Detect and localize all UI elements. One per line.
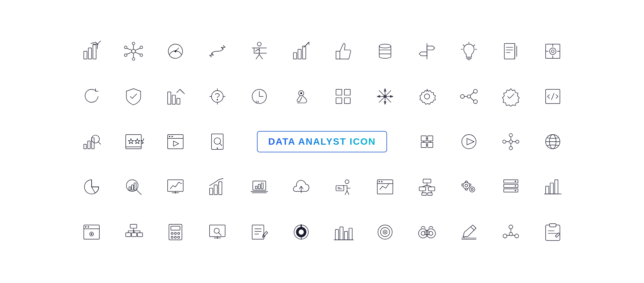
title-box: DATA ANALYST ICON [257, 131, 387, 152]
icon-gear-hand [280, 75, 322, 117]
icon-person-presenting [238, 30, 280, 72]
svg-point-86 [460, 94, 464, 98]
icon-magnify-chart [112, 166, 154, 208]
svg-rect-185 [545, 186, 549, 194]
svg-rect-217 [252, 225, 264, 239]
svg-rect-187 [554, 180, 558, 194]
svg-point-87 [473, 89, 477, 93]
svg-rect-97 [92, 138, 94, 149]
svg-rect-58 [167, 92, 171, 104]
svg-line-3 [97, 41, 101, 44]
svg-point-19 [174, 50, 176, 52]
svg-rect-205 [171, 226, 180, 230]
svg-point-243 [509, 225, 513, 229]
svg-point-124 [516, 140, 519, 143]
svg-rect-145 [214, 185, 217, 195]
svg-marker-121 [467, 138, 474, 145]
svg-rect-186 [550, 183, 553, 194]
icon-dual-gears [448, 166, 490, 208]
icon-cloud-upload [280, 166, 322, 208]
svg-line-23 [256, 54, 259, 59]
svg-point-105 [169, 136, 170, 137]
svg-rect-198 [137, 232, 143, 236]
icon-row-2: 24 [37, 75, 607, 117]
svg-point-233 [384, 231, 386, 233]
icon-laptop-chart [238, 166, 280, 208]
svg-point-245 [515, 234, 519, 238]
svg-line-41 [473, 45, 475, 46]
svg-line-169 [422, 185, 427, 187]
svg-point-244 [503, 234, 507, 238]
icon-search-monitor [196, 211, 238, 253]
icon-clipboard-edit [532, 211, 574, 253]
icon-refresh [70, 75, 112, 117]
svg-point-53 [551, 50, 554, 53]
svg-line-156 [347, 191, 349, 195]
svg-rect-152 [261, 183, 263, 189]
svg-rect-114 [421, 142, 426, 147]
svg-point-164 [381, 181, 382, 182]
svg-line-94 [551, 93, 554, 99]
svg-point-176 [465, 184, 468, 187]
icon-column-bar-chart [322, 211, 364, 253]
icon-tablet-search [196, 121, 238, 162]
svg-line-239 [471, 227, 474, 230]
svg-point-6 [140, 46, 143, 49]
svg-rect-73 [344, 89, 350, 95]
icon-server-rack [490, 166, 532, 208]
svg-point-194 [91, 233, 92, 235]
svg-point-175 [463, 182, 469, 189]
svg-rect-60 [176, 98, 180, 104]
svg-rect-225 [335, 229, 338, 240]
icon-puzzle-connect [406, 121, 448, 162]
svg-rect-138 [129, 187, 131, 190]
svg-line-174 [431, 191, 431, 193]
icon-server-hierarchy [406, 166, 448, 208]
svg-rect-196 [125, 232, 131, 236]
icon-row-3: ★★★ DATA ANALYST ICON [37, 121, 607, 162]
svg-point-177 [469, 187, 475, 192]
svg-rect-195 [130, 224, 137, 228]
icon-growth-chart [70, 30, 112, 72]
svg-point-63 [217, 99, 218, 100]
svg-rect-197 [131, 232, 137, 236]
svg-rect-72 [336, 89, 341, 95]
svg-point-122 [509, 140, 513, 143]
svg-point-20 [257, 42, 261, 46]
icon-exchange-arrows [196, 30, 238, 72]
icon-thumbs-up [322, 30, 364, 72]
svg-point-208 [177, 232, 179, 234]
svg-point-9 [124, 54, 127, 56]
svg-point-237 [421, 231, 425, 235]
icon-calculator [154, 211, 196, 253]
icon-ai-chip [196, 75, 238, 117]
icon-document-lines [490, 30, 532, 72]
svg-line-216 [218, 232, 221, 235]
icon-play-window [154, 121, 196, 162]
svg-rect-212 [209, 225, 225, 236]
svg-point-8 [132, 58, 135, 60]
svg-line-16 [127, 48, 132, 50]
icon-pencil-edit [448, 211, 490, 253]
icon-clock-24: 24 [238, 75, 280, 117]
svg-line-137 [137, 190, 141, 195]
svg-rect-45 [504, 43, 515, 59]
icon-globe [532, 121, 574, 162]
icon-binoculars [406, 211, 448, 253]
icon-monitor-chart [154, 166, 196, 208]
svg-rect-139 [131, 185, 133, 190]
svg-point-5 [132, 42, 135, 45]
svg-point-184 [515, 190, 516, 191]
svg-point-211 [177, 236, 179, 238]
svg-rect-0 [84, 51, 87, 59]
icon-shield-check [112, 75, 154, 117]
svg-line-24 [259, 54, 263, 59]
title-cell: DATA ANALYST ICON [238, 121, 406, 162]
svg-rect-96 [88, 141, 90, 149]
svg-line-91 [470, 92, 474, 95]
svg-point-89 [467, 95, 471, 98]
svg-line-92 [470, 97, 474, 100]
svg-point-85 [424, 94, 430, 99]
icon-star-rating: ★★★ [112, 121, 154, 162]
svg-point-191 [85, 226, 86, 227]
